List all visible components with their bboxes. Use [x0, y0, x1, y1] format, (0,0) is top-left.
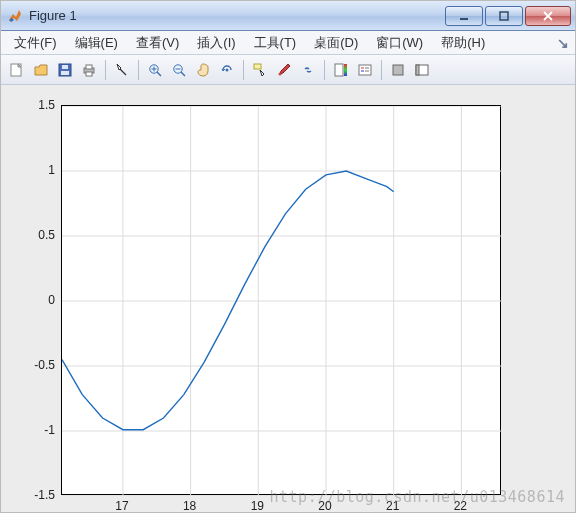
- svg-line-11: [157, 72, 161, 76]
- maximize-button[interactable]: [485, 6, 523, 26]
- svg-point-19: [279, 72, 282, 75]
- save-icon[interactable]: [53, 58, 77, 82]
- colorbar-icon[interactable]: [329, 58, 353, 82]
- svg-line-9: [120, 69, 126, 75]
- menu-desktop[interactable]: 桌面(D): [305, 32, 367, 54]
- plot-canvas: [62, 106, 502, 496]
- svg-rect-20: [335, 64, 343, 76]
- toolbar-separator: [324, 60, 325, 80]
- menu-edit[interactable]: 编辑(E): [66, 32, 127, 54]
- window-titlebar[interactable]: Figure 1: [1, 1, 575, 31]
- menu-help[interactable]: 帮助(H): [432, 32, 494, 54]
- xtick-label: 21: [378, 499, 408, 513]
- xtick-label: 20: [310, 499, 340, 513]
- ytick-label: -1: [15, 423, 55, 437]
- link-plots-icon[interactable]: [296, 58, 320, 82]
- svg-rect-4: [62, 65, 68, 69]
- ytick-label: 0: [15, 293, 55, 307]
- open-icon[interactable]: [29, 58, 53, 82]
- close-button[interactable]: [525, 6, 571, 26]
- svg-rect-1: [500, 12, 508, 20]
- ytick-label: 0.5: [15, 228, 55, 242]
- zoom-out-icon[interactable]: [167, 58, 191, 82]
- xtick-label: 19: [242, 499, 272, 513]
- svg-rect-22: [359, 65, 371, 75]
- xtick-label: 17: [107, 499, 137, 513]
- ytick-label: -1.5: [15, 488, 55, 502]
- minimize-button[interactable]: [445, 6, 483, 26]
- axes[interactable]: -1.5 -1 -0.5 0 0.5 1 1.5 17 18 19 20 21 …: [61, 105, 501, 495]
- print-icon[interactable]: [77, 58, 101, 82]
- toolbar-separator: [381, 60, 382, 80]
- menu-insert[interactable]: 插入(I): [188, 32, 244, 54]
- undock-icon[interactable]: ↘: [555, 35, 571, 51]
- xtick-label: 18: [175, 499, 205, 513]
- legend-icon[interactable]: [353, 58, 377, 82]
- svg-rect-7: [86, 65, 92, 69]
- ytick-label: 1: [15, 163, 55, 177]
- svg-rect-8: [86, 72, 92, 76]
- menu-view[interactable]: 查看(V): [127, 32, 188, 54]
- zoom-in-icon[interactable]: [143, 58, 167, 82]
- figure-area: -1.5 -1 -0.5 0 0.5 1 1.5 17 18 19 20 21 …: [1, 85, 575, 512]
- menu-window[interactable]: 窗口(W): [367, 32, 432, 54]
- menu-tools[interactable]: 工具(T): [245, 32, 306, 54]
- toolbar: [1, 55, 575, 85]
- toolbar-separator: [243, 60, 244, 80]
- brush-icon[interactable]: [272, 58, 296, 82]
- svg-line-15: [181, 72, 185, 76]
- edit-plot-icon[interactable]: [110, 58, 134, 82]
- toolbar-separator: [105, 60, 106, 80]
- toolbar-separator: [138, 60, 139, 80]
- svg-rect-27: [393, 65, 403, 75]
- data-cursor-icon[interactable]: [248, 58, 272, 82]
- svg-rect-29: [416, 65, 419, 75]
- pan-icon[interactable]: [191, 58, 215, 82]
- show-tools-icon[interactable]: [410, 58, 434, 82]
- hide-tools-icon[interactable]: [386, 58, 410, 82]
- svg-point-17: [226, 68, 229, 71]
- menu-file[interactable]: 文件(F): [5, 32, 66, 54]
- svg-rect-5: [61, 71, 69, 75]
- menubar: 文件(F) 编辑(E) 查看(V) 插入(I) 工具(T) 桌面(D) 窗口(W…: [1, 31, 575, 55]
- svg-rect-21: [344, 64, 347, 76]
- new-figure-icon[interactable]: [5, 58, 29, 82]
- ytick-label: 1.5: [15, 98, 55, 112]
- xtick-label: 22: [445, 499, 475, 513]
- ytick-label: -0.5: [15, 358, 55, 372]
- rotate3d-icon[interactable]: [215, 58, 239, 82]
- svg-rect-18: [254, 64, 261, 69]
- matlab-logo-icon: [7, 8, 23, 24]
- window-title: Figure 1: [29, 8, 77, 23]
